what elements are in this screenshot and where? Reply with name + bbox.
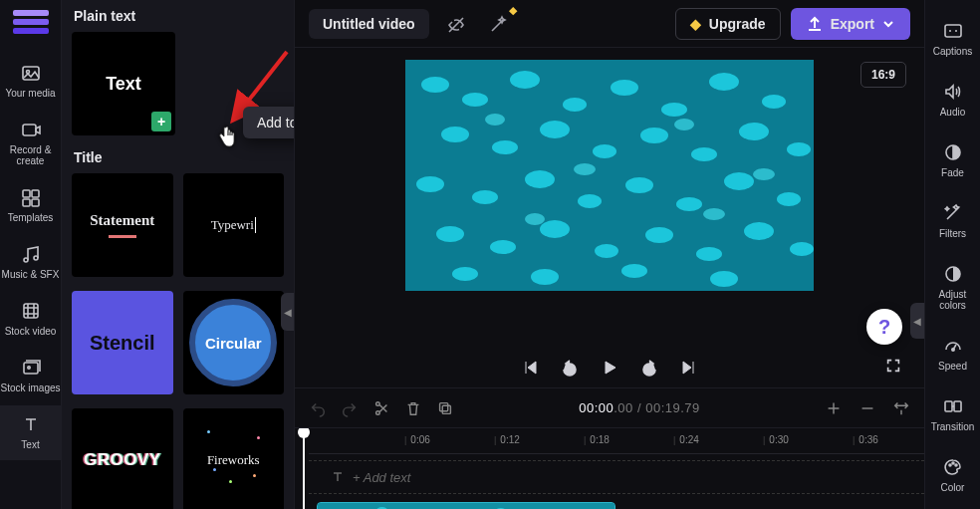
svg-point-58 xyxy=(376,410,380,414)
right-sidebar: Captions Audio Fade Filters Adjust color… xyxy=(924,0,980,509)
preset-groovy[interactable]: GROOVY xyxy=(72,408,173,509)
undo-button[interactable] xyxy=(309,399,327,417)
svg-rect-72 xyxy=(945,25,961,37)
svg-point-44 xyxy=(790,242,814,256)
rside-filters[interactable]: Filters xyxy=(925,192,980,251)
svg-point-42 xyxy=(696,247,722,261)
delete-button[interactable] xyxy=(404,399,422,417)
rside-adjust-colors[interactable]: Adjust colors xyxy=(925,253,980,323)
fullscreen-button[interactable] xyxy=(884,357,902,379)
thumb-label: Circular xyxy=(205,335,262,352)
add-to-timeline-button[interactable]: + xyxy=(151,112,171,131)
forward-button[interactable]: 5 xyxy=(639,358,659,378)
svg-point-17 xyxy=(611,80,638,96)
rside-fade[interactable]: Fade xyxy=(925,131,980,190)
svg-point-43 xyxy=(744,222,774,240)
rside-audio[interactable]: Audio xyxy=(925,71,980,129)
rside-color[interactable]: Color xyxy=(925,446,980,505)
magic-icon[interactable]: ◆ xyxy=(481,8,513,40)
zoom-out-button[interactable] xyxy=(858,399,876,417)
svg-rect-3 xyxy=(23,190,30,197)
preset-statement[interactable]: Statement xyxy=(72,173,173,277)
nav-music-sfx[interactable]: Music & SFX xyxy=(0,235,61,290)
help-button[interactable]: ? xyxy=(866,309,902,345)
split-button[interactable] xyxy=(372,399,390,417)
right-collapse-icon[interactable]: ◀ xyxy=(910,303,924,339)
video-track[interactable] xyxy=(309,500,924,509)
svg-point-53 xyxy=(525,213,545,225)
nav-text[interactable]: Text xyxy=(0,405,61,460)
add-text-placeholder[interactable]: + Add text xyxy=(331,470,410,485)
music-icon xyxy=(20,243,42,265)
thumb-label: Typewri xyxy=(211,217,256,233)
svg-point-39 xyxy=(540,220,570,238)
nav-record-create[interactable]: Record & create xyxy=(0,111,61,176)
svg-point-7 xyxy=(24,258,28,262)
svg-point-37 xyxy=(436,226,464,242)
upgrade-label: Upgrade xyxy=(709,16,766,32)
rside-captions[interactable]: Captions xyxy=(925,10,980,69)
chevron-down-icon xyxy=(882,18,894,30)
nav-templates[interactable]: Templates xyxy=(0,178,61,233)
text-icon xyxy=(20,413,42,435)
circular-shape: Circular xyxy=(189,299,277,386)
total-time: 00:19 xyxy=(645,400,680,415)
panel-collapse-icon[interactable]: ◀ xyxy=(281,293,295,331)
gem-badge-icon: ◆ xyxy=(509,4,517,17)
rewind-button[interactable]: 5 xyxy=(560,358,580,378)
images-icon xyxy=(20,357,42,379)
upgrade-button[interactable]: ◆ Upgrade xyxy=(675,8,781,40)
timeline-ruler[interactable]: 0:06 0:12 0:18 0:24 0:30 0:36 xyxy=(309,428,924,454)
preset-stencil[interactable]: Stencil xyxy=(72,291,173,394)
redo-button[interactable] xyxy=(341,399,359,417)
nav-label: Music & SFX xyxy=(2,269,60,280)
video-preview[interactable] xyxy=(405,60,814,291)
svg-point-36 xyxy=(777,192,801,206)
playhead[interactable] xyxy=(303,428,305,509)
rside-transition[interactable]: Transition xyxy=(925,385,980,444)
duplicate-button[interactable] xyxy=(436,399,454,417)
svg-point-28 xyxy=(787,142,811,156)
playback-controls: 5 5 xyxy=(295,347,924,388)
transition-icon xyxy=(942,395,964,417)
zoom-add-button[interactable] xyxy=(825,399,843,417)
zoom-fit-button[interactable] xyxy=(892,399,910,417)
nav-stock-images[interactable]: Stock images xyxy=(0,349,61,403)
project-title[interactable]: Untitled video xyxy=(309,9,429,39)
captions-icon xyxy=(942,20,964,42)
svg-point-57 xyxy=(376,401,380,405)
svg-point-38 xyxy=(490,240,516,254)
video-clip[interactable] xyxy=(317,502,615,509)
export-button[interactable]: Export xyxy=(791,8,910,40)
preset-fireworks[interactable]: Fireworks xyxy=(183,408,285,509)
clip-thumbnail xyxy=(318,503,614,509)
play-button[interactable] xyxy=(600,358,619,378)
svg-point-13 xyxy=(421,77,449,93)
nav-your-media[interactable]: Your media xyxy=(0,54,61,109)
preset-plain-text[interactable]: Text + xyxy=(72,32,175,135)
skip-end-button[interactable] xyxy=(679,358,699,378)
fade-icon xyxy=(942,141,964,163)
hide-captions-icon[interactable] xyxy=(439,8,471,40)
svg-point-32 xyxy=(578,194,602,208)
left-nav: Your media Record & create Templates Mus… xyxy=(0,0,62,509)
nav-stock-video[interactable]: Stock video xyxy=(0,292,61,347)
aspect-ratio-button[interactable]: 16:9 xyxy=(860,62,906,88)
text-track[interactable]: + Add text xyxy=(309,460,924,494)
app-logo[interactable] xyxy=(13,10,49,34)
svg-point-25 xyxy=(640,127,668,143)
preset-circular[interactable]: Circular xyxy=(183,291,285,394)
svg-point-20 xyxy=(762,95,786,109)
rside-speed[interactable]: Speed xyxy=(925,325,980,383)
preset-typewriter[interactable]: Typewri xyxy=(183,173,285,277)
skip-start-button[interactable] xyxy=(520,358,540,378)
timecode-display: 00:00.00 / 00:19.79 xyxy=(579,400,700,415)
timeline[interactable]: 0:06 0:12 0:18 0:24 0:30 0:36 + Add text xyxy=(295,428,924,509)
svg-point-46 xyxy=(531,269,559,285)
thumb-label: Fireworks xyxy=(207,452,260,468)
main-editor: Untitled video ◆ ◆ Upgrade Export 16:9 xyxy=(295,0,924,509)
upload-icon xyxy=(807,16,823,32)
statement-underline xyxy=(109,235,136,238)
svg-point-33 xyxy=(625,177,653,193)
svg-point-49 xyxy=(485,114,505,126)
